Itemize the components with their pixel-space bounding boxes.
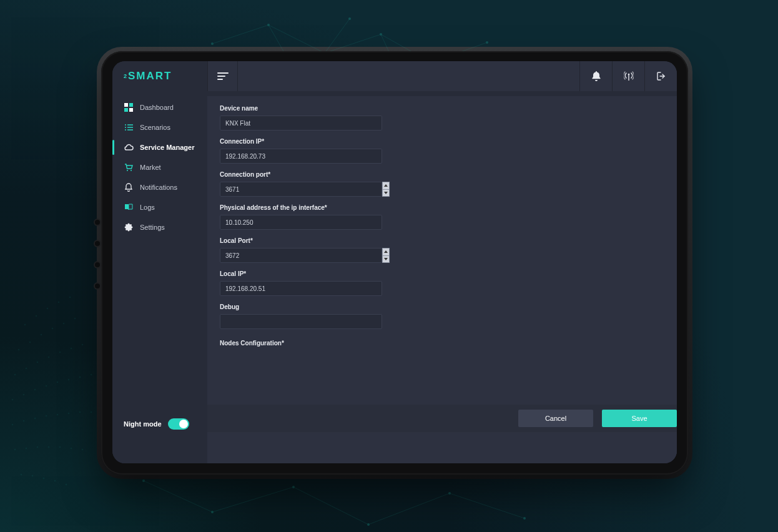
sidebar-item-notifications[interactable]: Notifications: [112, 177, 207, 197]
scenarios-icon: [124, 122, 134, 132]
sidebar-item-logs[interactable]: Logs: [112, 197, 207, 217]
svg-point-40: [91, 374, 92, 376]
sidebar-item-service-manager[interactable]: Service Manager: [112, 137, 207, 157]
connection-port-down[interactable]: [382, 189, 390, 197]
svg-point-27: [26, 368, 27, 370]
brand-logo: 2SMART: [112, 61, 207, 91]
svg-point-43: [34, 418, 36, 420]
bell-icon: [592, 71, 601, 81]
field-nodes-configuration: Nodes Configuration*: [220, 337, 395, 348]
input-connection-port[interactable]: [220, 182, 382, 197]
sidebar-item-market[interactable]: Market: [112, 157, 207, 177]
dashboard-icon: [124, 102, 134, 112]
input-local-ip[interactable]: [220, 281, 382, 296]
sidebar-nav: Dashboard Scenarios Service Manager: [112, 97, 207, 237]
sidebar-item-label: Dashboard: [140, 104, 174, 111]
svg-point-21: [29, 342, 31, 343]
menu-toggle-button[interactable]: [208, 61, 238, 91]
svg-point-15: [24, 324, 26, 326]
svg-point-0: [211, 42, 214, 45]
topbar: 2SMART: [112, 61, 677, 91]
svg-point-25: [74, 318, 76, 320]
svg-point-71: [125, 124, 126, 126]
content: Device name Connection IP* Connection po…: [207, 91, 677, 463]
svg-point-51: [37, 446, 39, 448]
svg-point-38: [68, 379, 70, 381]
svg-point-22: [41, 334, 42, 336]
topbar-right: [579, 61, 677, 91]
tablet-frame: 2SMART: [101, 51, 688, 475]
input-local-port[interactable]: [220, 248, 382, 263]
svg-point-53: [59, 446, 61, 448]
tablet-side-buttons: [95, 220, 100, 288]
svg-point-58: [43, 478, 45, 480]
topbar-strip: [207, 61, 677, 91]
local-port-down[interactable]: [382, 255, 390, 264]
svg-point-39: [79, 377, 81, 378]
sidebar-item-label: Settings: [140, 224, 165, 231]
label-connection-ip: Connection IP*: [220, 138, 395, 145]
antenna-icon: [624, 71, 634, 81]
input-connection-ip[interactable]: [220, 149, 382, 164]
svg-point-3: [380, 33, 382, 36]
svg-point-35: [34, 389, 36, 391]
input-device-name[interactable]: [220, 116, 382, 131]
chevron-up-icon: [384, 184, 388, 187]
field-connection-port: Connection port*: [220, 171, 395, 197]
svg-point-56: [21, 474, 22, 476]
svg-point-26: [14, 374, 16, 376]
svg-rect-69: [124, 108, 128, 112]
local-port-up[interactable]: [382, 248, 390, 255]
input-physical-address[interactable]: [220, 215, 382, 230]
label-local-ip: Local IP*: [220, 270, 395, 277]
svg-point-34: [23, 394, 25, 396]
night-mode-label: Night mode: [124, 420, 162, 428]
svg-point-16: [36, 315, 37, 317]
svg-point-49: [14, 449, 16, 451]
chevron-down-icon: [384, 192, 388, 194]
sidebar-item-dashboard[interactable]: Dashboard: [112, 97, 207, 117]
connection-port-stepper: [382, 182, 390, 197]
svg-point-1: [267, 24, 270, 26]
svg-point-20: [18, 349, 20, 351]
save-button[interactable]: Save: [602, 410, 677, 427]
network-button[interactable]: [612, 61, 644, 91]
logout-icon: [657, 72, 666, 81]
label-device-name: Device name: [220, 105, 395, 112]
svg-point-32: [82, 344, 84, 346]
svg-point-45: [57, 414, 59, 416]
svg-point-75: [125, 129, 126, 131]
chevron-up-icon: [384, 250, 388, 253]
sidebar-item-label: Scenarios: [140, 124, 170, 131]
bell-outline-icon: [124, 182, 134, 192]
sidebar-item-label: Logs: [140, 204, 155, 211]
cloud-icon: [124, 142, 134, 152]
logout-button[interactable]: [644, 61, 677, 91]
input-debug[interactable]: [220, 314, 382, 329]
sidebar-item-scenarios[interactable]: Scenarios: [112, 117, 207, 137]
field-device-name: Device name: [220, 105, 395, 131]
connection-port-up[interactable]: [382, 182, 390, 189]
svg-point-52: [48, 446, 50, 448]
svg-point-50: [26, 448, 27, 450]
field-connection-ip: Connection IP*: [220, 138, 395, 164]
night-mode-toggle[interactable]: [168, 418, 189, 430]
service-form: Device name Connection IP* Connection po…: [220, 105, 395, 348]
form-footer: Cancel Save: [207, 405, 677, 432]
notifications-button[interactable]: [579, 61, 612, 91]
svg-point-47: [79, 411, 81, 413]
field-local-ip: Local IP*: [220, 270, 395, 296]
svg-point-44: [46, 415, 47, 417]
svg-point-24: [63, 323, 65, 325]
cancel-button[interactable]: Cancel: [518, 410, 593, 427]
svg-point-12: [367, 523, 370, 526]
label-connection-port: Connection port*: [220, 171, 395, 178]
sidebar-item-settings[interactable]: Settings: [112, 217, 207, 237]
svg-point-18: [58, 302, 60, 303]
svg-point-9: [142, 480, 145, 482]
brand-name: SMART: [128, 70, 172, 82]
svg-point-13: [448, 492, 451, 495]
field-physical-address: Physical address of the ip interface*: [220, 204, 395, 230]
svg-point-78: [130, 170, 132, 171]
label-debug: Debug: [220, 303, 395, 310]
